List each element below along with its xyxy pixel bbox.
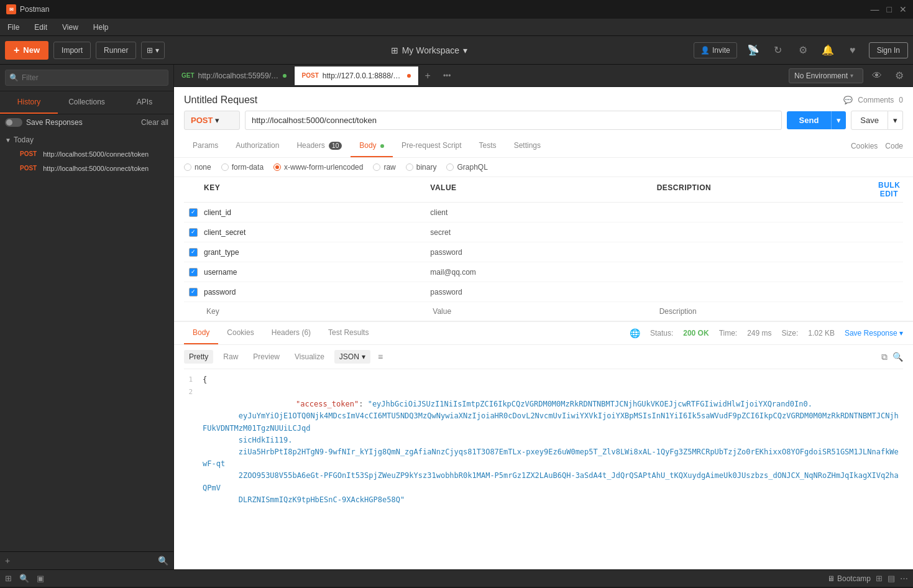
environment-select[interactable]: No Environment ▾ (789, 68, 863, 83)
tab-url-1: http://127.0.0.1:8888/api/priva... (323, 71, 403, 80)
body-none-option[interactable]: none (184, 163, 211, 172)
new-key-input[interactable] (199, 302, 425, 321)
json-line-1: 1 { (184, 374, 903, 387)
body-raw-option[interactable]: raw (373, 163, 395, 172)
checkbox-4[interactable] (189, 288, 198, 296)
row-0-check[interactable] (184, 206, 199, 219)
grid-icon: ⊞ (391, 45, 398, 55)
menu-view[interactable]: View (60, 22, 81, 33)
row-3-key: username (199, 265, 425, 279)
search-sidebar-icon[interactable]: 🔍 (158, 556, 168, 566)
menu-file[interactable]: File (5, 22, 22, 33)
subtab-prerequest[interactable]: Pre-request Script (393, 135, 470, 157)
format-type-select[interactable]: JSON ▾ (334, 350, 370, 364)
checkbox-2[interactable] (189, 248, 198, 257)
more-tabs-button[interactable]: ••• (437, 67, 457, 85)
res-tab-body[interactable]: Body (184, 322, 218, 344)
heart-icon-btn[interactable]: ♥ (844, 42, 861, 59)
body-urlencoded-option[interactable]: x-www-form-urlencoded (273, 163, 363, 172)
bulk-edit-button[interactable]: Bulk Edit (878, 181, 903, 198)
format-tab-raw[interactable]: Raw (218, 350, 243, 364)
save-responses-toggle[interactable] (5, 118, 22, 127)
subtab-tests[interactable]: Tests (470, 135, 505, 157)
send-dropdown-button[interactable]: ▾ (831, 111, 846, 129)
import-button[interactable]: Import (53, 42, 91, 59)
runner-button[interactable]: Runner (96, 42, 136, 59)
res-tab-headers[interactable]: Headers (6) (263, 322, 319, 344)
sign-in-button[interactable]: Sign In (869, 42, 908, 58)
split-view-icon[interactable]: ▤ (888, 574, 895, 583)
eye-icon-btn[interactable]: 👁 (868, 67, 886, 85)
sync-icon-btn[interactable]: ↻ (769, 42, 787, 59)
search-bottom-icon[interactable]: 🔍 (19, 574, 29, 583)
bootcamp-button[interactable]: 🖥 Bootcamp (827, 574, 871, 583)
add-tab-button[interactable]: + (419, 65, 437, 86)
menu-help[interactable]: Help (91, 22, 111, 33)
format-tab-pretty[interactable]: Pretty (184, 350, 213, 364)
new-description-input[interactable] (652, 302, 878, 321)
cookies-link[interactable]: Cookies (851, 142, 878, 150)
more-bottom-icon[interactable]: ⋯ (900, 574, 908, 583)
console-icon[interactable]: ⊞ (5, 574, 12, 583)
form-table: KEY VALUE DESCRIPTION Bulk Edit client_i… (174, 177, 913, 321)
sidebar-tab-collections[interactable]: Collections (58, 91, 116, 114)
history-item-0[interactable]: POST http://localhost:5000/connect/token (5, 147, 168, 161)
checkbox-1[interactable] (189, 228, 198, 237)
subtab-authorization[interactable]: Authorization (227, 135, 288, 157)
tools-dropdown-button[interactable]: ⊞ ▾ (141, 42, 164, 59)
save-button[interactable]: Save (851, 111, 888, 130)
req-tab-0[interactable]: GET http://localhost:55959/api/Logi... (174, 67, 295, 85)
settings-icon-btn[interactable]: ⚙ (794, 42, 812, 59)
copy-icon[interactable]: ⧉ (881, 352, 888, 362)
sidebar-tab-history[interactable]: History (0, 91, 58, 114)
layout-toggle-icon[interactable]: ⊞ (876, 574, 883, 583)
search-input[interactable] (5, 70, 168, 86)
close-btn[interactable]: ✕ (899, 4, 907, 14)
subtab-params[interactable]: Params (184, 135, 227, 157)
request-subtabs: Params Authorization Headers 10 Body Pre… (174, 135, 913, 158)
add-sidebar-icon[interactable]: + (5, 556, 10, 566)
menu-edit[interactable]: Edit (32, 22, 50, 33)
send-button[interactable]: Send (787, 111, 832, 129)
row-3-actions (878, 270, 903, 275)
body-graphql-option[interactable]: GraphQL (446, 163, 487, 172)
checkbox-3[interactable] (189, 268, 198, 277)
clear-all-button[interactable]: Clear all (141, 118, 168, 127)
save-dropdown-button[interactable]: ▾ (888, 111, 903, 130)
code-link[interactable]: Code (885, 142, 903, 150)
format-wrap-icon[interactable]: ≡ (378, 352, 383, 362)
layout-icon[interactable]: ▣ (37, 574, 44, 583)
sidebar-search-area: 🔍 (0, 65, 173, 91)
subtab-body[interactable]: Body (351, 135, 393, 157)
format-tab-preview[interactable]: Preview (248, 350, 285, 364)
maximize-btn[interactable]: □ (887, 4, 892, 14)
notifications-icon-btn[interactable]: 🔔 (819, 42, 837, 59)
row-1-check[interactable] (184, 226, 199, 239)
new-button[interactable]: + New (5, 41, 48, 60)
subtab-headers[interactable]: Headers 10 (288, 135, 351, 157)
satellite-icon-btn[interactable]: 📡 (745, 42, 762, 59)
url-input[interactable] (245, 111, 782, 130)
row-3-check[interactable] (184, 265, 199, 279)
sidebar-tab-apis[interactable]: APIs (116, 91, 173, 114)
res-tab-cookies[interactable]: Cookies (218, 322, 262, 344)
search-response-icon[interactable]: 🔍 (892, 352, 903, 362)
workspace-button[interactable]: ⊞ My Workspace ▾ (391, 45, 467, 55)
checkbox-0[interactable] (189, 208, 198, 217)
gear-icon-btn[interactable]: ⚙ (891, 67, 908, 85)
invite-button[interactable]: 👤 Invite (694, 42, 737, 58)
res-tab-test-results[interactable]: Test Results (319, 322, 377, 344)
body-binary-option[interactable]: binary (406, 163, 437, 172)
body-formdata-option[interactable]: form-data (221, 163, 264, 172)
section-header-today[interactable]: ▼ Today (5, 133, 168, 147)
row-2-check[interactable] (184, 246, 199, 259)
format-tab-visualize[interactable]: Visualize (290, 350, 329, 364)
req-tab-1[interactable]: POST http://127.0.0.1:8888/api/priva... (295, 67, 419, 85)
method-select[interactable]: POST ▾ (184, 111, 240, 130)
save-response-button[interactable]: Save Response ▾ (845, 329, 903, 338)
minimize-btn[interactable]: — (871, 4, 879, 14)
row-4-check[interactable] (184, 285, 199, 299)
new-value-input[interactable] (425, 302, 651, 321)
subtab-settings[interactable]: Settings (505, 135, 549, 157)
history-item-1[interactable]: POST http://localhost:5000/connect/token (5, 161, 168, 175)
